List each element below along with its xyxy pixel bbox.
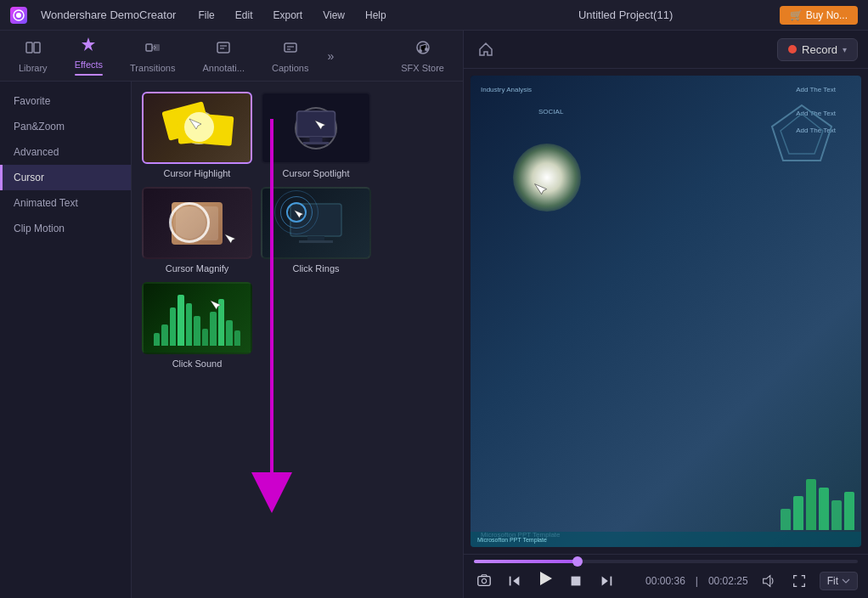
- svg-rect-17: [303, 142, 329, 144]
- toolbar-captions[interactable]: Captions: [260, 34, 320, 78]
- play-button[interactable]: [535, 568, 555, 593]
- buy-button[interactable]: 🛒 Buy No...: [780, 6, 858, 25]
- app-name: Wondershare DemoCreator: [41, 8, 176, 21]
- svg-rect-19: [307, 236, 324, 240]
- stop-button[interactable]: [566, 571, 586, 591]
- menu-edit[interactable]: Edit: [227, 6, 262, 25]
- effect-click-sound-thumb: [142, 282, 252, 354]
- effect-cursor-highlight-label: Cursor Highlight: [164, 168, 231, 178]
- fit-select[interactable]: Fit: [820, 572, 858, 590]
- slide-background: Industry Analysis Add The Text Add The T…: [471, 76, 861, 547]
- playback-bar: 00:00:36 | 00:02:25 Fit: [464, 554, 868, 598]
- toolbar-annotations[interactable]: Annotati...: [190, 34, 256, 78]
- content-area: Favorite Pan&Zoom Advanced Cursor Animat…: [0, 82, 463, 598]
- pentagon-shape: [768, 101, 836, 169]
- main-layout: Library Effects Transitions Annotati..: [0, 31, 868, 598]
- right-panel: Record ▾ Industry Analysis Add The Text …: [463, 31, 868, 598]
- menu-file[interactable]: File: [189, 6, 223, 25]
- left-panel: Library Effects Transitions Annotati..: [0, 31, 463, 598]
- effect-cursor-spotlight[interactable]: Cursor Spotlight: [261, 92, 371, 178]
- svg-rect-9: [285, 43, 296, 52]
- volume-button[interactable]: [758, 571, 779, 591]
- toolbar-effects-label: Effects: [75, 59, 103, 70]
- effects-active-indicator: [75, 74, 103, 76]
- toolbar-library-label: Library: [19, 63, 48, 73]
- effect-click-rings-thumb: [261, 187, 371, 259]
- menu-bar: File Edit Export View Help: [189, 6, 471, 25]
- effect-click-sound[interactable]: Click Sound: [142, 282, 252, 369]
- cursor-arrow-in-preview: [533, 183, 547, 199]
- svg-marker-29: [602, 576, 608, 585]
- cursor-highlight-orb: [513, 144, 581, 212]
- effect-click-rings[interactable]: Click Rings: [261, 187, 371, 274]
- progress-fill: [474, 560, 578, 563]
- svg-marker-25: [513, 576, 519, 585]
- slide-text-right1: Add The Text: [796, 86, 836, 93]
- toolbar-library[interactable]: Library: [7, 34, 59, 78]
- effect-click-rings-label: Click Rings: [292, 263, 339, 274]
- toolbar: Library Effects Transitions Annotati..: [0, 31, 463, 82]
- home-button[interactable]: [474, 37, 498, 61]
- time-separator: |: [696, 575, 698, 587]
- effect-click-sound-label: Click Sound: [172, 358, 223, 369]
- progress-thumb[interactable]: [572, 556, 583, 567]
- menu-view[interactable]: View: [314, 6, 353, 25]
- slide-text-social: SOCIAL: [538, 108, 563, 116]
- record-bar: Record ▾: [464, 31, 868, 69]
- effect-cursor-highlight[interactable]: Cursor Highlight: [142, 92, 252, 178]
- svg-rect-20: [299, 240, 333, 243]
- svg-marker-27: [540, 572, 552, 585]
- sfxstore-icon: [414, 39, 431, 60]
- library-icon: [25, 39, 42, 60]
- screenshot-button[interactable]: [474, 571, 494, 591]
- toolbar-more[interactable]: »: [324, 46, 337, 66]
- toolbar-annotations-label: Annotati...: [202, 63, 245, 73]
- svg-rect-6: [217, 42, 229, 53]
- current-time: 00:00:36: [645, 575, 685, 587]
- record-button[interactable]: Record ▾: [777, 38, 858, 61]
- svg-rect-16: [310, 137, 323, 142]
- record-chevron-icon: ▾: [843, 45, 847, 54]
- record-label: Record: [802, 43, 837, 56]
- sidebar-item-cursor[interactable]: Cursor: [0, 165, 131, 190]
- toolbar-effects[interactable]: Effects: [63, 31, 115, 81]
- sidebar-item-advanced[interactable]: Advanced: [0, 139, 131, 165]
- effects-icon: [80, 36, 97, 57]
- toolbar-sfxstore[interactable]: SFX Store: [389, 34, 456, 78]
- menu-help[interactable]: Help: [357, 6, 395, 25]
- svg-point-1: [16, 13, 21, 18]
- effect-cursor-magnify-thumb: [142, 187, 252, 259]
- fullscreen-button[interactable]: [789, 571, 809, 591]
- slide-bottom-bar: Microsofton PPT Template: [471, 532, 861, 547]
- svg-rect-23: [478, 576, 490, 585]
- svg-marker-22: [781, 114, 823, 154]
- project-title: Untitled Project(11): [485, 8, 766, 21]
- svg-point-14: [425, 48, 428, 51]
- slide-text-industry: Industry Analysis: [481, 86, 532, 93]
- playback-controls: 00:00:36 | 00:02:25 Fit: [474, 568, 858, 593]
- menu-export[interactable]: Export: [264, 6, 311, 25]
- sidebar-item-favorite[interactable]: Favorite: [0, 88, 131, 114]
- sidebar-item-panzoom[interactable]: Pan&Zoom: [0, 114, 131, 139]
- svg-point-13: [419, 49, 422, 53]
- toolbar-transitions-label: Transitions: [130, 63, 175, 73]
- sidebar-item-clipmotion[interactable]: Clip Motion: [0, 216, 131, 241]
- right-controls: 00:00:36 | 00:02:25 Fit: [645, 571, 858, 591]
- slide-brand-text: Microsofton PPT Template: [477, 537, 547, 543]
- effect-cursor-magnify[interactable]: Cursor Magnify: [142, 187, 252, 274]
- effect-cursor-highlight-thumb: [142, 92, 252, 164]
- effects-grid: Cursor Highlight: [132, 82, 463, 598]
- total-time: 00:02:25: [708, 575, 748, 587]
- svg-rect-4: [146, 44, 152, 51]
- toolbar-transitions[interactable]: Transitions: [118, 34, 187, 78]
- svg-rect-3: [34, 42, 40, 53]
- svg-marker-31: [763, 575, 769, 586]
- progress-bar[interactable]: [474, 560, 858, 563]
- preview-canvas: Industry Analysis Add The Text Add The T…: [471, 76, 861, 547]
- skip-forward-button[interactable]: [596, 571, 617, 591]
- app-logo: [10, 7, 27, 24]
- toolbar-sfxstore-label: SFX Store: [401, 63, 444, 73]
- svg-point-24: [482, 578, 486, 583]
- skip-back-button[interactable]: [504, 571, 525, 591]
- sidebar-item-animatedtext[interactable]: Animated Text: [0, 190, 131, 216]
